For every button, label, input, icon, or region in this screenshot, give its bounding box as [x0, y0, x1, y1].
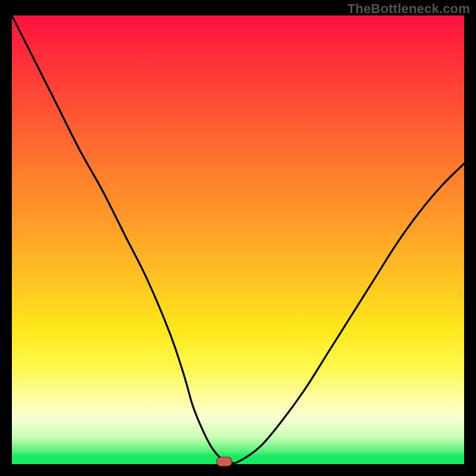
watermark-text: TheBottleneck.com: [347, 1, 470, 17]
bottleneck-curve: [12, 15, 464, 464]
chart-frame: TheBottleneck.com: [0, 0, 476, 476]
plot-area: [12, 15, 464, 464]
minimum-marker: [217, 457, 232, 466]
